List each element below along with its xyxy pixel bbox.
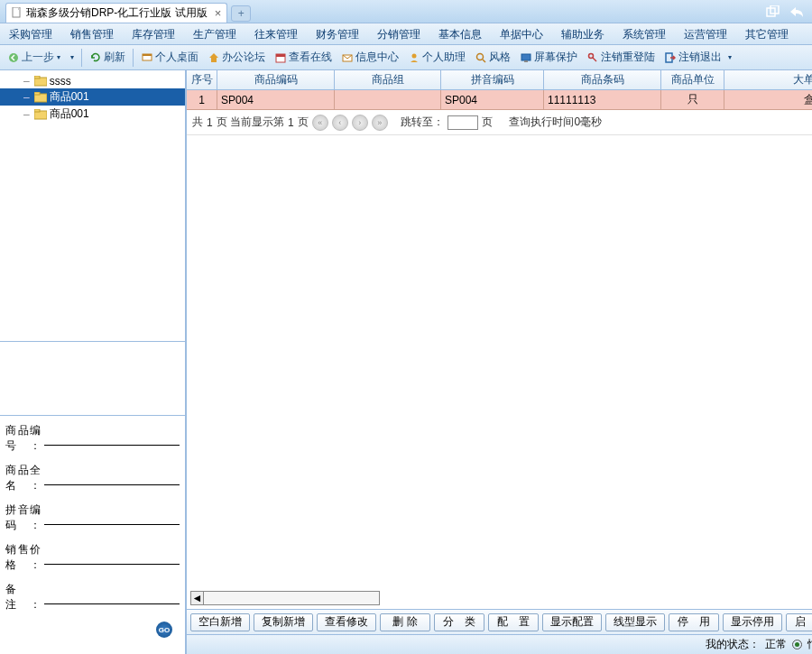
label-price: 销售价格： — [5, 542, 41, 573]
home-icon — [208, 51, 220, 64]
svg-rect-20 — [34, 92, 40, 95]
toolbar-overflow-icon[interactable]: ▾ — [728, 53, 732, 61]
btn-line-display[interactable]: 线型显示 — [605, 613, 665, 631]
table-row[interactable]: 1 SP004 SP004 11111113 只 盒 — [187, 90, 812, 110]
status-label: 我的状态： — [706, 637, 760, 652]
online-button[interactable]: 查看在线 — [271, 48, 336, 67]
tab-close-icon[interactable]: × — [215, 6, 222, 20]
btn-config[interactable]: 配 置 — [488, 613, 539, 631]
page-first[interactable]: « — [312, 115, 328, 131]
logout-button[interactable]: 注销退出 — [660, 48, 725, 67]
right-panel: 序号 商品编码 商品组 拼音编码 商品条码 商品单位 大单位 1 SP004 S… — [187, 70, 812, 654]
menu-operations[interactable]: 运营管理 — [675, 23, 736, 44]
menu-transactions[interactable]: 往来管理 — [245, 23, 307, 44]
chevron-down-icon: ▾ — [57, 53, 60, 61]
msg-button[interactable]: 信息中心 — [337, 48, 402, 67]
menu-system[interactable]: 系统管理 — [614, 23, 675, 44]
btn-show-disabled[interactable]: 显示停用 — [723, 613, 782, 631]
col-pinyin[interactable]: 拼音编码 — [441, 70, 544, 89]
forward-button[interactable]: ▾ — [66, 51, 78, 63]
col-barcode[interactable]: 商品条码 — [544, 70, 661, 89]
menu-production[interactable]: 生产管理 — [184, 23, 245, 44]
cell-code: SP004 — [217, 90, 335, 109]
menu-finance[interactable]: 财务管理 — [307, 23, 368, 44]
message-icon — [341, 51, 354, 64]
copy-icon[interactable] — [765, 4, 781, 20]
svg-rect-18 — [34, 76, 40, 78]
menu-aux[interactable]: 辅助业务 — [552, 23, 614, 44]
person-icon — [408, 51, 420, 64]
chevron-down-icon: ▾ — [70, 53, 74, 61]
reply-icon[interactable] — [789, 4, 805, 20]
btn-display-config[interactable]: 显示配置 — [542, 613, 602, 631]
statusbar: 我的状态： 正常 忙碌 离开 — [187, 634, 812, 654]
col-bigunit[interactable]: 大单位 — [724, 70, 812, 89]
label-name: 商品全名： — [5, 463, 41, 493]
saver-button[interactable]: 屏幕保护 — [516, 48, 581, 67]
desktop-button[interactable]: 个人桌面 — [137, 48, 202, 67]
relogin-button[interactable]: 注销重登陆 — [583, 48, 659, 67]
col-seq[interactable]: 序号 — [187, 70, 217, 89]
page-last[interactable]: » — [372, 115, 388, 131]
input-name[interactable] — [44, 471, 180, 485]
scroll-left-icon[interactable]: ◄ — [191, 592, 204, 604]
folder-icon — [34, 92, 47, 103]
cell-unit: 只 — [661, 90, 724, 109]
svg-point-10 — [477, 53, 484, 60]
back-icon — [7, 51, 20, 64]
hscrollbar[interactable]: ◄ — [190, 591, 380, 605]
desktop-icon — [141, 51, 153, 64]
folder-icon — [34, 76, 47, 87]
svg-line-15 — [593, 58, 596, 61]
tree-item[interactable]: – 商品001 — [0, 88, 185, 106]
style-button[interactable]: 风格 — [471, 48, 514, 67]
tree-item[interactable]: – 商品001 — [0, 106, 185, 123]
menu-inventory[interactable]: 库存管理 — [123, 23, 184, 44]
magnify-icon — [475, 51, 487, 64]
menu-distribution[interactable]: 分销管理 — [368, 23, 429, 44]
svg-rect-13 — [524, 60, 528, 62]
forum-button[interactable]: 办公论坛 — [204, 48, 269, 67]
btn-enable[interactable]: 启 用 — [786, 613, 812, 631]
btn-delete[interactable]: 删 除 — [380, 613, 430, 631]
menu-basicinfo[interactable]: 基本信息 — [429, 23, 491, 44]
cell-pinyin: SP004 — [441, 90, 544, 109]
document-icon — [12, 7, 23, 18]
new-tab-button[interactable]: + — [231, 5, 251, 22]
btn-new-blank[interactable]: 空白新增 — [190, 613, 250, 631]
page-prev[interactable]: ‹ — [332, 115, 348, 131]
window-tab[interactable]: 瑞森多级分销DRP-化工行业版 试用版 × — [5, 3, 227, 23]
back-button[interactable]: 上一步▾ — [4, 48, 64, 67]
refresh-icon — [89, 51, 102, 64]
tree-item[interactable]: – ssss — [0, 74, 185, 88]
page-jump-input[interactable] — [448, 115, 478, 130]
svg-point-9 — [412, 53, 417, 58]
input-code[interactable] — [44, 431, 180, 446]
col-code[interactable]: 商品编码 — [217, 70, 335, 89]
btn-new-copy[interactable]: 复制新增 — [254, 613, 313, 631]
refresh-button[interactable]: 刷新 — [86, 48, 129, 67]
menu-sales[interactable]: 销售管理 — [61, 23, 123, 44]
btn-disable[interactable]: 停 用 — [669, 613, 719, 631]
input-pinyin[interactable] — [44, 511, 180, 525]
menu-docs[interactable]: 单据中心 — [491, 23, 552, 44]
btn-category[interactable]: 分 类 — [434, 613, 484, 631]
label-pinyin: 拼音编码： — [5, 502, 41, 533]
main-area: – ssss – 商品001 – 商品001 商品编号： 商品全名： 拼音编码：… — [0, 70, 812, 654]
col-unit[interactable]: 商品单位 — [661, 70, 724, 89]
col-group[interactable]: 商品组 — [335, 70, 441, 89]
go-button[interactable]: GO — [156, 622, 172, 638]
btn-view-edit[interactable]: 查看修改 — [317, 613, 376, 631]
input-note[interactable] — [44, 590, 180, 604]
grid: 序号 商品编码 商品组 拼音编码 商品条码 商品单位 大单位 1 SP004 S… — [187, 70, 812, 110]
svg-rect-22 — [34, 109, 40, 112]
label-code: 商品编号： — [5, 423, 41, 454]
svg-point-14 — [589, 53, 594, 58]
radio-normal[interactable] — [792, 640, 802, 649]
filter-form: 商品编号： 商品全名： 拼音编码： 销售价格： 备 注： GO — [0, 415, 185, 654]
assistant-button[interactable]: 个人助理 — [404, 48, 469, 67]
input-price[interactable] — [44, 550, 180, 565]
page-next[interactable]: › — [352, 115, 368, 131]
menu-other[interactable]: 其它管理 — [736, 23, 798, 44]
menu-purchase[interactable]: 采购管理 — [0, 23, 61, 44]
